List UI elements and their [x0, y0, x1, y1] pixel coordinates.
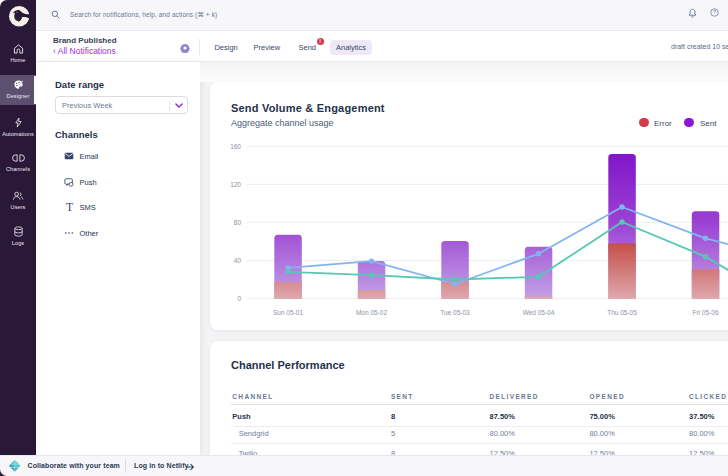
svg-text:160: 160 — [230, 143, 241, 150]
svg-text:0: 0 — [237, 295, 241, 302]
svg-text:Mon 05-02: Mon 05-02 — [356, 309, 387, 316]
svg-text:T: T — [65, 202, 72, 213]
svg-text:Wed 05-04: Wed 05-04 — [523, 309, 555, 316]
svg-text:Sun 05-01: Sun 05-01 — [273, 309, 303, 316]
svg-text:Fri 05-06: Fri 05-06 — [692, 309, 718, 316]
svg-text:?: ? — [713, 10, 716, 15]
svg-text:Thu 05-05: Thu 05-05 — [607, 309, 637, 316]
svg-text:Tue 05-03: Tue 05-03 — [440, 309, 470, 316]
svg-text:80: 80 — [234, 219, 242, 226]
svg-text:120: 120 — [230, 181, 241, 188]
svg-text:40: 40 — [234, 257, 242, 264]
